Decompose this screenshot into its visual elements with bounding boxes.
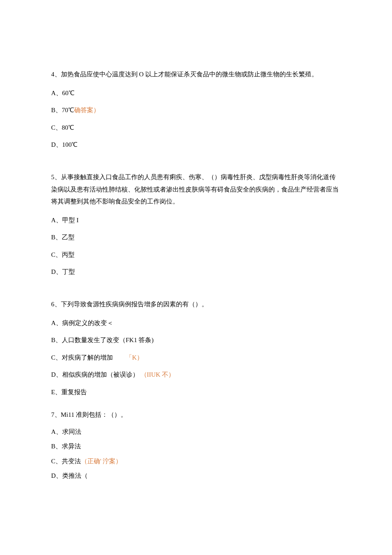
question-5-option-a: A、甲型 I xyxy=(51,215,341,225)
question-4-option-b: B、70℃确答案） xyxy=(51,105,341,115)
question-7: 7、Mi11 准则包括：（）。 A、求同法 B、求异法 C、共变法（正确' 泞案… xyxy=(51,409,341,481)
answer-mark: （IIUK 不） xyxy=(141,371,175,378)
question-5-option-d: D、丁型 xyxy=(51,267,341,277)
question-6-option-d: D、相似疾病的增加（被误诊） （IIUK 不） xyxy=(51,370,341,380)
question-6-text: 6、下列导致食源性疾病病例报告增多的因素的有（）。 xyxy=(51,298,341,311)
option-b-label: B、70℃ xyxy=(51,107,74,113)
question-6-option-c: C、对疾病了解的增加 「K） xyxy=(51,353,341,363)
question-5-text: 5、从事接触直接入口食品工作的人员患有痢疾、伤寒、（）病毒性肝炎、戊型病毒性肝炎… xyxy=(51,171,341,208)
question-6: 6、下列导致食源性疾病病例报告增多的因素的有（）。 A、病例定义的改变＜ B、人… xyxy=(51,298,341,397)
question-7-option-d: D、类推法（ xyxy=(51,471,341,481)
question-4-option-d: D、100℃ xyxy=(51,140,341,150)
question-4: 4、加热食品应使中心温度达到 O 以上才能保证杀灭食品中的微生物或防止微生物的生… xyxy=(51,68,341,150)
answer-mark: 「K） xyxy=(126,354,143,361)
answer-mark: 确答案） xyxy=(74,107,100,113)
answer-mark: （正确' 泞案） xyxy=(81,458,122,465)
question-7-option-c: C、共变法（正确' 泞案） xyxy=(51,456,341,466)
question-6-option-e: E、重复报告 xyxy=(51,387,341,397)
question-6-option-a: A、病例定义的改变＜ xyxy=(51,318,341,328)
question-6-option-b: B、人口数量发生了改变（FK1 答条) xyxy=(51,335,341,345)
question-5: 5、从事接触直接入口食品工作的人员患有痢疾、伤寒、（）病毒性肝炎、戊型病毒性肝炎… xyxy=(51,171,341,277)
question-5-option-c: C、丙型 xyxy=(51,250,341,260)
option-c-label: C、共变法 xyxy=(51,458,81,465)
question-5-option-b: B、乙型 xyxy=(51,232,341,242)
option-d-label: D、相似疾病的增加（被误诊） xyxy=(51,371,139,378)
question-7-option-a: A、求同法 xyxy=(51,427,341,437)
question-7-option-b: B、求异法 xyxy=(51,442,341,451)
document-page: 4、加热食品应使中心温度达到 O 以上才能保证杀灭食品中的微生物或防止微生物的生… xyxy=(0,0,392,544)
question-4-option-c: C、80℃ xyxy=(51,123,341,133)
question-7-text: 7、Mi11 准则包括：（）。 xyxy=(51,409,341,421)
option-c-label: C、对疾病了解的增加 xyxy=(51,354,113,361)
question-4-option-a: A、60℃ xyxy=(51,88,341,98)
question-4-text: 4、加热食品应使中心温度达到 O 以上才能保证杀灭食品中的微生物或防止微生物的生… xyxy=(51,68,341,81)
